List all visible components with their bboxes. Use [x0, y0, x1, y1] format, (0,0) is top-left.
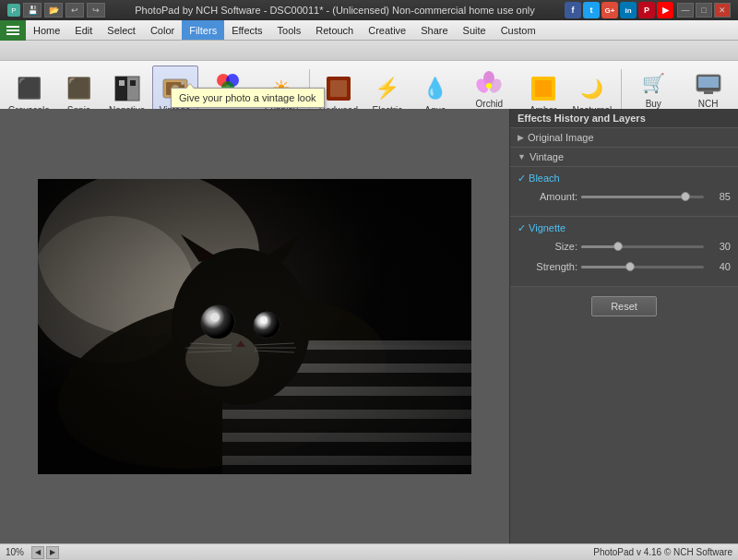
youtube-icon[interactable]: ▶: [657, 2, 673, 18]
menu-home[interactable]: Home: [26, 20, 67, 40]
vignette-strength-track: [581, 266, 704, 268]
linkedin-icon[interactable]: in: [620, 2, 637, 18]
reset-button[interactable]: Reset: [591, 296, 657, 316]
nocturnal-icon: 🌙: [577, 74, 607, 103]
bleach-section: ✓ Bleach Amount: 85: [510, 167, 738, 217]
vignette-size-label: Size:: [518, 241, 577, 252]
bleach-fill: [581, 196, 685, 198]
photo-container: [38, 179, 471, 474]
right-panel: Effects History and Layers ▶ Original Im…: [509, 109, 738, 543]
app-icon: P: [7, 4, 20, 17]
orchidlight-icon: [474, 69, 504, 97]
copyright-text: PhotoPad v 4.16 © NCH Software: [593, 547, 732, 557]
title-bar: P 💾 📂 ↩ ↪ PhotoPad by NCH Software - DSC…: [0, 0, 738, 20]
vintage-tooltip: Give your photo a vintage look: [171, 88, 325, 108]
menu-color[interactable]: Color: [143, 20, 182, 40]
svg-rect-20: [698, 77, 719, 88]
twitter-icon[interactable]: t: [583, 2, 600, 18]
original-image-label: Original Image: [528, 132, 594, 143]
toolbar-undo[interactable]: ↩: [65, 3, 84, 18]
photo-display: [38, 179, 471, 474]
pinterest-icon[interactable]: P: [638, 2, 655, 18]
menu-filters[interactable]: Filters: [182, 20, 224, 40]
bleach-track: [581, 196, 704, 198]
vignette-strength-thumb[interactable]: [625, 262, 635, 271]
vintage-section[interactable]: ▼ Vintage: [510, 148, 738, 167]
negative-icon: [113, 74, 142, 103]
vignette-size-slider[interactable]: [581, 240, 704, 253]
ribbon-tabs: [0, 41, 738, 61]
menu-select[interactable]: Select: [100, 20, 143, 40]
vignette-header[interactable]: ✓ Vignette: [518, 222, 731, 234]
svg-rect-18: [535, 80, 552, 97]
menu-share[interactable]: Share: [413, 20, 455, 40]
vignette-strength-label: Strength:: [518, 261, 577, 272]
window-title: PhotoPad by NCH Software - DSC00011* - (…: [105, 5, 565, 16]
vignette-size-row: Size: 30: [518, 240, 731, 253]
nav-prev-button[interactable]: ◀: [31, 546, 44, 559]
svg-point-7: [181, 81, 184, 85]
menu-suite[interactable]: Suite: [456, 20, 494, 40]
menu-creative[interactable]: Creative: [361, 20, 413, 40]
menu-custom[interactable]: Custom: [494, 20, 543, 40]
svg-rect-3: [130, 80, 136, 86]
status-left: 10% ◀ ▶: [6, 546, 59, 559]
svg-rect-21: [704, 91, 713, 94]
menu-tools[interactable]: Tools: [270, 20, 309, 40]
close-button[interactable]: ✕: [714, 3, 731, 18]
social-icons: f t G+ in P ▶: [565, 2, 673, 18]
electric-icon: ⚡: [373, 74, 402, 103]
title-left-controls: P 💾 📂 ↩ ↪: [7, 3, 105, 18]
vignette-size-value: 30: [708, 241, 731, 252]
nchsuite-icon: [694, 69, 723, 97]
original-arrow: ▶: [518, 133, 524, 142]
vintage-label-panel: Vintage: [530, 151, 564, 162]
original-image-section[interactable]: ▶ Original Image: [510, 128, 738, 148]
vignette-size-thumb[interactable]: [613, 242, 623, 251]
redwood-icon: [324, 74, 353, 103]
vignette-section: ✓ Vignette Size: 30 Strength: 40: [510, 217, 738, 287]
facebook-icon[interactable]: f: [565, 2, 581, 18]
vignette-size-track: [581, 245, 704, 248]
buyonline-icon: 🛒: [638, 69, 668, 97]
status-bar: 10% ◀ ▶ PhotoPad v 4.16 © NCH Software: [0, 543, 738, 560]
bleach-header[interactable]: ✓ Bleach: [518, 173, 731, 185]
nav-next-button[interactable]: ▶: [46, 546, 59, 559]
vignette-strength-row: Strength: 40: [518, 260, 731, 273]
vignette-strength-value: 40: [708, 261, 731, 272]
menu-edit[interactable]: Edit: [67, 20, 100, 40]
grayscale-icon: ⬛: [14, 74, 43, 103]
maximize-button[interactable]: □: [696, 3, 712, 18]
menu-bar: Home Edit Select Color Filters Effects T…: [0, 20, 738, 41]
bleach-thumb[interactable]: [681, 192, 690, 201]
zoom-level: 10%: [6, 547, 24, 557]
bleach-amount-value: 85: [708, 191, 731, 202]
svg-point-16: [486, 83, 492, 89]
toolbar-open[interactable]: 📂: [44, 3, 63, 18]
cat-photo-svg: [38, 179, 471, 474]
svg-rect-1: [115, 77, 127, 101]
main-canvas-area: [0, 109, 509, 543]
amber-icon: [529, 74, 558, 103]
svg-rect-12: [330, 80, 347, 97]
window-controls: — □ ✕: [677, 3, 731, 18]
bleach-amount-slider[interactable]: [581, 190, 704, 203]
vintage-arrow: ▼: [518, 152, 526, 161]
svg-rect-53: [38, 179, 471, 474]
menu-retouch[interactable]: Retouch: [308, 20, 361, 40]
toolbar-save[interactable]: 💾: [23, 3, 42, 18]
status-nav: ◀ ▶: [31, 546, 59, 559]
vignette-strength-slider[interactable]: [581, 260, 704, 273]
bleach-amount-label: Amount:: [518, 191, 577, 202]
googleplus-icon[interactable]: G+: [601, 2, 618, 18]
vignette-strength-fill: [581, 266, 630, 268]
sepia-icon: ⬛: [65, 74, 94, 103]
svg-rect-2: [119, 80, 125, 86]
aqua-icon: 💧: [421, 74, 450, 103]
minimize-button[interactable]: —: [677, 3, 694, 18]
toolbar-redo[interactable]: ↪: [87, 3, 105, 18]
menu-effects[interactable]: Effects: [224, 20, 269, 40]
hamburger-menu[interactable]: [0, 20, 26, 41]
panel-title: Effects History and Layers: [510, 109, 738, 128]
bleach-amount-row: Amount: 85: [518, 190, 731, 203]
